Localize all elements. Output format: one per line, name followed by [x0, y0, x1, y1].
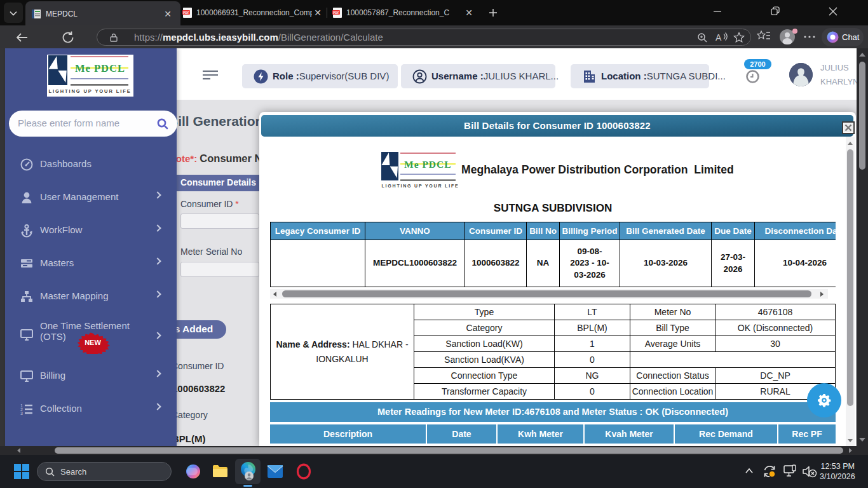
svg-text:A: A	[715, 32, 722, 43]
svg-text:Me PDCL: Me PDCL	[404, 159, 452, 170]
svg-text:PDF: PDF	[183, 11, 189, 15]
svg-text:3: 3	[20, 411, 23, 416]
svg-text:Me PDCL: Me PDCL	[75, 62, 125, 74]
svg-text:LIGHTING UP YOUR LIFE: LIGHTING UP YOUR LIFE	[49, 88, 132, 94]
svg-text:NEW: NEW	[85, 339, 101, 346]
svg-text:PDF: PDF	[333, 11, 339, 15]
svg-text:LIGHTING UP YOUR LIFE: LIGHTING UP YOUR LIFE	[382, 184, 459, 188]
